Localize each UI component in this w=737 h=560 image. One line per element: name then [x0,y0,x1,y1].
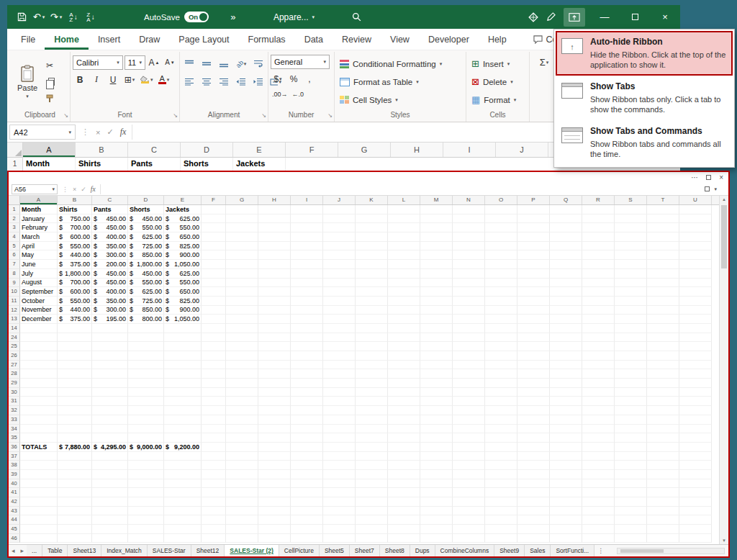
inset-name-box[interactable]: A56 ▾ [12,184,58,194]
percent-style-button[interactable]: % [286,71,301,86]
cell-N34[interactable] [453,425,485,434]
cell-F1[interactable] [202,205,226,214]
cell-G39[interactable] [226,470,258,479]
cell-K32[interactable] [356,406,388,415]
cell-J2[interactable] [323,214,356,224]
format-cells-button[interactable]: ▦ Format▾ [469,91,527,109]
cell-K5[interactable] [356,242,388,251]
cell-K1[interactable] [356,205,388,214]
cell-D40[interactable] [128,479,164,489]
cell-H24[interactable] [258,333,291,343]
cell-T28[interactable] [647,369,679,379]
cell-A31[interactable] [20,397,58,406]
cell-B12[interactable]: $440.00 [58,306,92,315]
cell-D46[interactable] [128,534,164,543]
cell-H35[interactable] [258,433,291,443]
cell-J46[interactable] [323,534,356,543]
cell-Q5[interactable] [550,242,582,251]
number-dialog-launcher[interactable]: ↘ [327,112,333,119]
cell-J42[interactable] [323,497,356,507]
row-header-1[interactable]: 1 [9,205,20,214]
cell-B34[interactable] [58,425,92,434]
cell-R30[interactable] [582,388,615,397]
cell-I30[interactable] [291,388,323,397]
cell-U3[interactable] [679,223,712,232]
cell-C7[interactable]: $200.00 [92,260,128,269]
cell-E46[interactable] [164,534,202,543]
cell-N33[interactable] [453,415,485,425]
tab-developer[interactable]: Developer [419,29,479,50]
confirm-entry-icon[interactable]: ✓ [107,127,113,137]
cell-T1[interactable] [647,205,679,214]
cell-O38[interactable] [485,461,517,470]
more-sheets-icon[interactable]: ⋮ [594,547,607,554]
menu-item-auto-hide-ribbon[interactable]: ↑ Auto-hide Ribbon Hide the Ribbon. Clic… [556,31,733,76]
cell-E4[interactable]: $650.00 [164,232,202,242]
cell-I2[interactable] [291,214,323,224]
menu-item-show-tabs-and-commands[interactable]: Show Tabs and Commands Show Ribbon tabs … [556,120,733,165]
cell-G41[interactable] [226,488,258,497]
cell-L46[interactable] [388,534,420,543]
cell-U37[interactable] [679,452,712,461]
font-size-select[interactable]: 11▾ [125,55,145,70]
cell-C43[interactable] [92,507,128,516]
tab-data[interactable]: Data [295,29,333,50]
cell-R35[interactable] [582,433,615,443]
cell-L36[interactable] [388,443,420,452]
cell-S10[interactable] [615,287,647,297]
cell-H6[interactable] [258,250,291,260]
cell-S44[interactable] [615,515,647,525]
cell-L9[interactable] [388,279,420,288]
cell-F6[interactable] [202,250,226,260]
cell-C2[interactable]: $450.00 [92,214,128,224]
cell-O29[interactable] [485,379,517,388]
cell-E14[interactable] [164,324,202,333]
align-center-icon[interactable] [199,74,214,89]
cell-E38[interactable] [164,461,202,470]
cell-U35[interactable] [679,433,712,443]
cell-G2[interactable] [226,214,258,224]
cell-J31[interactable] [323,397,356,406]
cell-Q7[interactable] [550,260,582,269]
cell-N10[interactable] [453,287,485,297]
search-icon[interactable] [348,8,365,27]
cell-I27[interactable] [291,361,323,370]
cell-Q3[interactable] [550,223,582,232]
cell-K35[interactable] [356,433,388,443]
cell-H41[interactable] [258,488,291,497]
cell-B5[interactable]: $550.00 [58,242,92,251]
row-header-4[interactable]: 4 [9,232,20,242]
cell-A11[interactable]: October [20,297,58,306]
cell-O39[interactable] [485,470,517,479]
row-header-38[interactable]: 38 [9,461,20,470]
inset-insert-function-button[interactable]: fx [91,186,96,193]
cell-O34[interactable] [485,425,517,434]
cell-P40[interactable] [517,479,550,489]
cell-I43[interactable] [291,507,323,516]
cell-E3[interactable]: $550.00 [164,223,202,232]
cell-K2[interactable] [356,214,388,224]
cell-H45[interactable] [258,525,291,534]
cell-A32[interactable] [20,406,58,415]
cell-D3[interactable]: $550.00 [128,223,164,232]
cell-F45[interactable] [202,525,226,534]
cell-K37[interactable] [356,452,388,461]
cell-H4[interactable] [258,232,291,242]
cell-S34[interactable] [615,425,647,434]
cell-N26[interactable] [453,351,485,361]
cell-S8[interactable] [615,269,647,279]
cell-P12[interactable] [517,306,550,315]
cell-Q4[interactable] [550,232,582,242]
cell-B46[interactable] [58,534,92,543]
cell-P44[interactable] [517,515,550,525]
cell-C32[interactable] [92,406,128,415]
cell-T4[interactable] [647,232,679,242]
inset-formula-input[interactable] [100,184,705,194]
row-header-2[interactable]: 2 [9,214,20,224]
cell-S1[interactable] [615,205,647,214]
cell-S26[interactable] [615,351,647,361]
cell-I41[interactable] [291,488,323,497]
cell-A26[interactable] [20,351,58,361]
cell-G36[interactable] [226,443,258,452]
row-header-36[interactable]: 36 [9,443,20,452]
